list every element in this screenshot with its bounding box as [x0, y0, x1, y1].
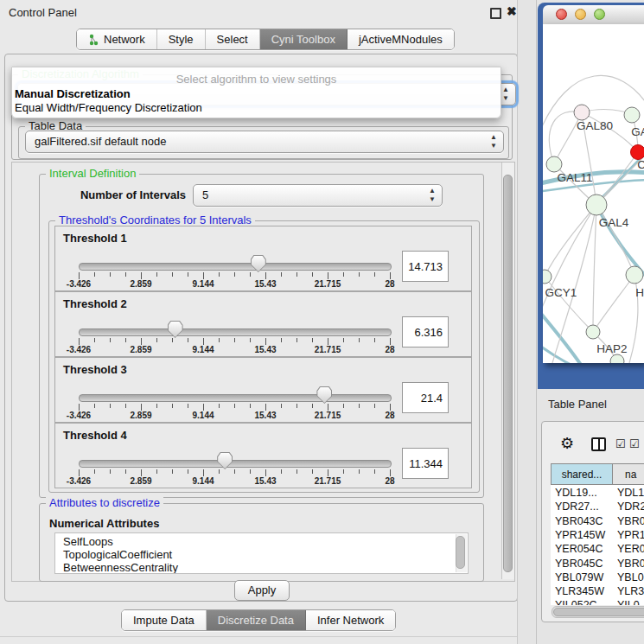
tab-label: Select	[217, 33, 248, 46]
threshold-value-field[interactable]: 6.316	[402, 316, 449, 348]
slider-track[interactable]	[79, 394, 392, 402]
network-node-c[interactable]	[631, 145, 644, 160]
slider-tick	[312, 338, 313, 342]
slider-tick	[110, 469, 111, 474]
slider-tick	[343, 469, 344, 474]
table-cell-name[interactable]: YBR0	[617, 515, 644, 527]
horizontal-scrollbar-thumb[interactable]	[553, 608, 644, 616]
attribute-item-selfloops[interactable]: SelfLoops	[63, 535, 113, 548]
network-node-gal4[interactable]	[586, 194, 607, 215]
table-cell-name[interactable]: YPR1	[617, 529, 644, 541]
panel-split-line	[536, 0, 537, 644]
network-node-h[interactable]	[626, 266, 643, 284]
table-cell-name[interactable]: YLR3	[617, 585, 644, 597]
table-cell-name[interactable]: YDR2	[617, 501, 644, 513]
network-node-gal11[interactable]	[546, 156, 562, 172]
table-data-combobox[interactable]: galFiltered.sif default node ▲▼	[25, 131, 504, 153]
tick-label: 28	[385, 345, 394, 354]
minimize-traffic-light[interactable]	[575, 9, 586, 20]
table-cell-shared-name[interactable]: YBR045C	[555, 558, 612, 570]
slider-track[interactable]	[79, 460, 392, 468]
network-edge-highlighted[interactable]	[543, 309, 584, 363]
gear-icon[interactable]: ⚙	[560, 434, 574, 453]
table-cell-name[interactable]: YIL0	[617, 599, 644, 605]
horizontal-scrollbar-track[interactable]	[552, 606, 644, 618]
column-header-shared[interactable]: shared...	[551, 463, 613, 485]
tab-discretize-data[interactable]: Discretize Data	[207, 610, 306, 630]
number-of-intervals-combobox[interactable]: 5 ▲▼	[193, 184, 443, 207]
table-cell-shared-name[interactable]: YER054C	[555, 543, 612, 555]
network-window-titlebar[interactable]	[543, 5, 644, 25]
table-cell-name[interactable]: YER0	[617, 543, 644, 555]
network-canvas[interactable]: GAL80GACGAL11GAL4GCY1HHAP2	[543, 24, 644, 363]
threshold-value-field[interactable]: 11.344	[402, 448, 449, 479]
tab-select[interactable]: Select	[206, 29, 260, 49]
top-tab-bar: NetworkStyleSelectCyni ToolboxjActiveMNo…	[76, 29, 455, 50]
tab-style[interactable]: Style	[157, 29, 206, 49]
slider-track[interactable]	[79, 263, 392, 271]
table-cell-shared-name[interactable]: YDR27...	[555, 501, 612, 513]
dropdown-option-manual-discretization[interactable]: Manual Discretization	[15, 87, 498, 100]
close-icon[interactable]: ✖	[507, 4, 517, 18]
network-node-gcy1[interactable]	[543, 270, 552, 284]
table-cell-name[interactable]: YBR0	[617, 558, 644, 570]
float-window-icon[interactable]	[490, 8, 501, 19]
slider-tick	[312, 404, 313, 408]
slider-tick	[234, 469, 235, 474]
slider-tick	[265, 272, 266, 279]
network-edge[interactable]	[552, 205, 596, 363]
slider-track[interactable]	[79, 328, 392, 336]
list-scrollbar-track[interactable]	[456, 534, 467, 572]
node-table-body[interactable]: YDL19...YDL1YDR27...YDR2YBR043CYBR0YPR14…	[551, 485, 644, 605]
node-label: GA	[631, 125, 644, 138]
slider-tick	[328, 338, 328, 345]
table-cell-shared-name[interactable]: YLR345W	[555, 585, 612, 597]
apply-button[interactable]: Apply	[234, 580, 290, 601]
tab-jactivemnodules[interactable]: jActiveMNodules	[348, 29, 454, 49]
network-node[interactable]	[610, 354, 624, 363]
split-columns-icon[interactable]	[591, 437, 606, 451]
slider-tick	[219, 469, 220, 474]
network-node-hap2[interactable]	[586, 325, 600, 339]
combo-arrows-icon[interactable]: ▲▼	[429, 187, 436, 204]
table-cell-shared-name[interactable]: YPR145W	[555, 529, 612, 541]
table-cell-shared-name[interactable]: YDL19...	[555, 487, 612, 499]
threshold-value-field[interactable]: 14.713	[402, 251, 449, 282]
attribute-item-betweennesscentrality[interactable]: BetweennessCentrality	[63, 561, 178, 574]
dropdown-option-equal-width-frequency[interactable]: Equal Width/Frequency Discretization	[15, 101, 498, 114]
checkbox-icon[interactable]: ☑	[629, 437, 640, 450]
network-edge[interactable]	[593, 275, 634, 332]
tab-label: Impute Data	[133, 614, 194, 627]
tab-cyni-toolbox[interactable]: Cyni Toolbox	[260, 29, 348, 49]
numerical-attributes-list[interactable]: SelfLoopsTopologicalCoefficientBetweenne…	[54, 532, 469, 574]
bottom-tab-bar: Impute DataDiscretize DataInfer Network	[121, 609, 396, 631]
threshold-value-field[interactable]: 21.4	[402, 382, 449, 413]
network-view: GAL80GACGAL11GAL4GCY1HHAP2	[543, 24, 644, 363]
tab-network[interactable]: Network	[77, 29, 157, 49]
group-title: Attributes to discretize	[46, 496, 163, 509]
table-cell-shared-name[interactable]: YBR043C	[555, 515, 612, 527]
column-header-name[interactable]: na	[612, 463, 644, 485]
network-node-ga[interactable]	[624, 107, 640, 123]
table-cell-name[interactable]: YBL0	[617, 571, 644, 583]
attribute-item-topologicalcoefficient[interactable]: TopologicalCoefficient	[63, 548, 172, 561]
close-traffic-light[interactable]	[556, 9, 567, 20]
slider-tick	[219, 338, 220, 342]
zoom-traffic-light[interactable]	[594, 9, 605, 20]
combo-arrows-icon[interactable]: ▲▼	[490, 133, 497, 150]
tab-infer-network[interactable]: Infer Network	[306, 610, 395, 630]
slider-tick	[156, 272, 157, 277]
tab-impute-data[interactable]: Impute Data	[122, 610, 207, 630]
table-cell-name[interactable]: YDL1	[617, 487, 644, 499]
slider-tick	[188, 338, 188, 342]
table-cell-shared-name[interactable]: YBL079W	[555, 571, 612, 583]
checkbox-icon[interactable]: ☑	[615, 437, 626, 450]
combo-arrows-icon[interactable]: ▲▼	[502, 86, 509, 103]
network-node-gal80[interactable]	[574, 105, 590, 120]
vertical-scrollbar-thumb[interactable]	[503, 175, 513, 572]
intervals-value: 5	[202, 185, 421, 206]
network-edge[interactable]	[593, 205, 596, 332]
network-edge[interactable]	[543, 205, 596, 318]
list-scrollbar-thumb[interactable]	[456, 536, 465, 569]
table-cell-shared-name[interactable]: YIL052C	[555, 599, 612, 605]
